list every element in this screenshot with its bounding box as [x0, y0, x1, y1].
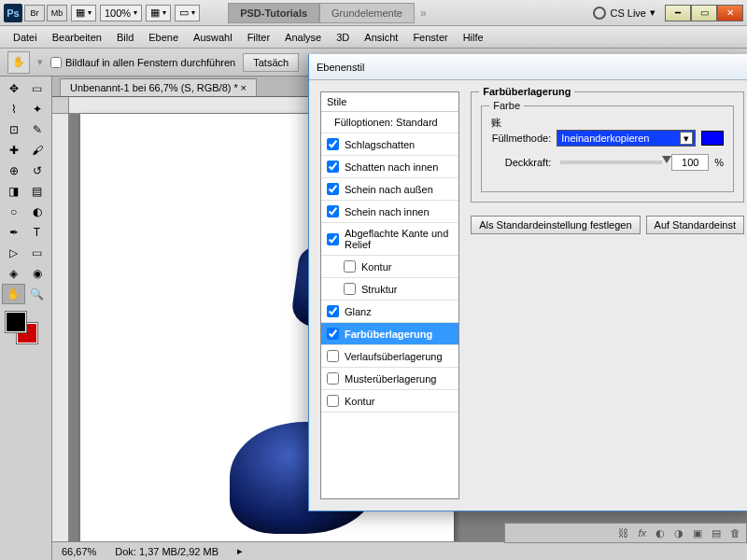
blur-tool[interactable]: ○: [2, 202, 25, 222]
zoom-dropdown[interactable]: 100%: [100, 5, 142, 21]
stamp-tool[interactable]: ⊕: [2, 161, 25, 181]
style-inner-glow[interactable]: Schein nach innen: [321, 201, 458, 223]
blending-options-item[interactable]: Fülloptionen: Standard: [321, 112, 458, 133]
status-arrow-icon[interactable]: ▸: [237, 545, 243, 557]
arrange-docs-dropdown[interactable]: ▦: [146, 5, 171, 21]
make-default-button[interactable]: Als Standardeinstellung festlegen: [471, 216, 640, 234]
pen-tool[interactable]: ✒: [2, 222, 25, 243]
blend-mode-select[interactable]: Ineinanderkopieren ▾: [557, 130, 696, 147]
marquee-tool[interactable]: ▭: [25, 78, 49, 99]
style-gradient-overlay[interactable]: Verlaufsüberlagerung: [321, 345, 458, 368]
opacity-slider[interactable]: [560, 161, 662, 164]
scroll-all-input[interactable]: [50, 57, 62, 68]
workspace-tab-tutorials[interactable]: PSD-Tutorials: [228, 3, 319, 23]
overlay-color-swatch[interactable]: [701, 131, 724, 146]
cs-live[interactable]: CS Live ▾: [593, 7, 655, 20]
style-list: Stile Fülloptionen: Standard Schlagschat…: [320, 91, 459, 499]
style-pattern-overlay[interactable]: Musterüberlagerung: [321, 368, 458, 390]
dodge-tool[interactable]: ◐: [25, 202, 49, 222]
group-title: Farbüberlagerung: [479, 86, 574, 97]
maximize-button[interactable]: ▭: [691, 5, 717, 21]
photoshop-icon: Ps: [4, 4, 22, 22]
fx-icon[interactable]: fx: [638, 527, 646, 539]
slider-thumb-icon[interactable]: [662, 156, 671, 163]
cs-live-icon: [593, 7, 606, 20]
3d-tool[interactable]: ◈: [2, 263, 25, 284]
menu-auswahl[interactable]: Auswahl: [186, 28, 240, 47]
link-layers-icon[interactable]: ⛓: [618, 527, 628, 539]
menu-ansicht[interactable]: Ansicht: [357, 28, 405, 47]
menu-3d[interactable]: 3D: [329, 28, 357, 47]
actual-pixels-button[interactable]: Tatsäch: [243, 53, 299, 72]
opacity-label: Deckkraft:: [491, 157, 551, 168]
crop-tool[interactable]: ⊡: [2, 119, 25, 140]
adjustment-icon[interactable]: ◑: [674, 527, 684, 539]
trash-icon[interactable]: 🗑: [730, 527, 740, 539]
menu-ebene[interactable]: Ebene: [141, 28, 186, 47]
blend-mode-label: Füllmethode:: [491, 133, 551, 144]
minibridge-button[interactable]: Mb: [47, 5, 67, 21]
opacity-input[interactable]: [671, 154, 709, 171]
menu-filter[interactable]: Filter: [240, 28, 277, 47]
group-icon[interactable]: ▣: [693, 527, 702, 539]
style-bevel-emboss[interactable]: Abgeflachte Kante und Relief: [321, 223, 458, 256]
style-outer-glow[interactable]: Schein nach außen: [321, 178, 458, 201]
blend-mode-row: Füllmethode: Ineinanderkopieren ▾: [491, 130, 724, 147]
hand-tool-icon[interactable]: ✋: [7, 51, 30, 74]
document-tab[interactable]: Unbenannt-1 bei 66,7% (S, RGB/8) * ×: [60, 78, 257, 96]
shape-tool[interactable]: ▭: [25, 243, 49, 263]
menu-hilfe[interactable]: Hilfe: [456, 28, 491, 47]
zoom-level[interactable]: 66,67%: [62, 546, 96, 557]
color-wells[interactable]: [2, 310, 49, 345]
history-brush-tool[interactable]: ↺: [25, 161, 49, 181]
heal-tool[interactable]: ✚: [2, 140, 25, 161]
style-satin[interactable]: Glanz: [321, 301, 458, 323]
dropdown-arrow-icon[interactable]: ▾: [680, 132, 693, 145]
document-size[interactable]: Dok: 1,37 MB/2,92 MB: [115, 546, 218, 557]
style-contour[interactable]: Kontur: [321, 256, 458, 278]
eyedropper-tool[interactable]: ✎: [25, 119, 49, 140]
mask-icon[interactable]: ◐: [655, 527, 665, 539]
layers-panel-footer: ⛓ fx ◐ ◑ ▣ ▤ 🗑: [504, 523, 747, 543]
menu-bar: Datei Bearbeiten Bild Ebene Auswahl Filt…: [0, 26, 747, 49]
hand-tool[interactable]: ✋: [2, 284, 25, 304]
opacity-row: Deckkraft: %: [491, 154, 724, 171]
type-tool[interactable]: T: [25, 222, 49, 243]
gradient-tool[interactable]: ▤: [25, 181, 49, 202]
wand-tool[interactable]: ✦: [25, 99, 49, 119]
foreground-color[interactable]: [6, 312, 26, 332]
view-extras-dropdown[interactable]: ▦: [71, 5, 96, 21]
move-tool[interactable]: ✥: [2, 78, 25, 99]
style-drop-shadow[interactable]: Schlagschatten: [321, 133, 458, 156]
path-select-tool[interactable]: ▷: [2, 243, 25, 263]
zoom-tool[interactable]: 🔍: [25, 284, 49, 304]
menu-bearbeiten[interactable]: Bearbeiten: [45, 28, 109, 47]
menu-fenster[interactable]: Fenster: [405, 28, 455, 47]
scroll-all-label: Bildlauf in allen Fenstern durchführen: [65, 57, 235, 68]
new-layer-icon[interactable]: ▤: [712, 527, 721, 539]
layer-style-dialog: Ebenenstil Stile Fülloptionen: Standard …: [308, 54, 747, 511]
menu-bild[interactable]: Bild: [109, 28, 141, 47]
scroll-all-checkbox[interactable]: Bildlauf in allen Fenstern durchführen: [50, 57, 235, 68]
ruler-vertical[interactable]: [52, 114, 69, 541]
brush-tool[interactable]: 🖌: [25, 140, 49, 161]
style-color-overlay[interactable]: Farbüberlagerung: [321, 323, 458, 345]
doc-close-icon[interactable]: ×: [241, 82, 247, 93]
menu-analyse[interactable]: Analyse: [277, 28, 329, 47]
menu-datei[interactable]: Datei: [6, 28, 45, 47]
dialog-titlebar[interactable]: Ebenenstil: [309, 54, 747, 80]
eraser-tool[interactable]: ◨: [2, 181, 25, 202]
lasso-tool[interactable]: ⌇: [2, 99, 25, 119]
close-button[interactable]: ✕: [717, 5, 743, 21]
screenmode-dropdown[interactable]: ▭: [175, 5, 200, 21]
workspace-tab-grundelemente[interactable]: Grundelemente: [319, 3, 415, 23]
style-stroke[interactable]: Kontur: [321, 390, 458, 413]
style-texture[interactable]: Struktur: [321, 278, 458, 301]
more-workspaces-icon[interactable]: »: [420, 7, 427, 20]
3d-camera-tool[interactable]: ◉: [25, 263, 49, 284]
style-list-header[interactable]: Stile: [321, 92, 458, 112]
bridge-button[interactable]: Br: [24, 5, 45, 21]
minimize-button[interactable]: ━: [665, 5, 691, 21]
reset-default-button[interactable]: Auf Standardeinst: [646, 216, 744, 234]
style-inner-shadow[interactable]: Schatten nach innen: [321, 156, 458, 178]
